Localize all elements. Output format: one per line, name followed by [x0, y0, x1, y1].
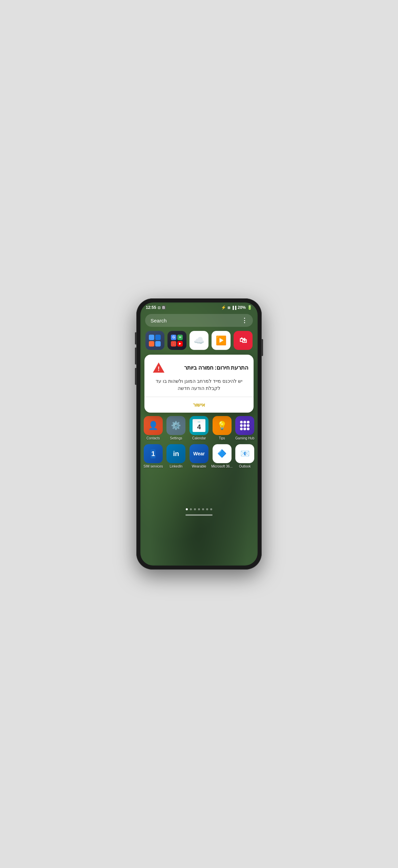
home-bar — [185, 514, 213, 516]
outlook-icon: 📧 — [235, 444, 254, 463]
app-linkedin[interactable]: in LinkedIn — [165, 444, 187, 468]
volume-down-button[interactable] — [135, 348, 136, 364]
app-wearable[interactable]: Wear Wearable — [188, 444, 210, 468]
bixby-button[interactable] — [135, 368, 136, 385]
app-samsung-folder[interactable] — [144, 331, 166, 351]
phone-frame: 12:55 ⊡ B ⚡ ⊞ ▐▐ 20% 🔋 Search ⋮ — [136, 298, 262, 570]
bluetooth-icon: ⚡ — [221, 305, 226, 310]
app-calendar[interactable]: — 4 Calendar — [188, 416, 210, 440]
galaxy-store-icon: 🛍 — [234, 331, 253, 350]
page-dot-5 — [202, 508, 204, 510]
phone-screen: 12:55 ⊡ B ⚡ ⊞ ▐▐ 20% 🔋 Search ⋮ — [140, 302, 258, 566]
app-galaxy-store[interactable]: 🛍 — [232, 331, 254, 351]
app-contacts[interactable]: 👤 Contacts — [142, 416, 164, 440]
status-bar: 12:55 ⊡ B ⚡ ⊞ ▐▐ 20% 🔋 — [140, 302, 258, 311]
app-ms365[interactable]: 🔷 Microsoft 36... — [211, 444, 233, 468]
top-app-row: G M 📍 ▶ ☁️ ▶️ — [140, 329, 258, 353]
linkedin-icon: in — [166, 444, 185, 463]
contacts-label: Contacts — [146, 436, 160, 440]
app-google-folder[interactable]: G M 📍 ▶ — [166, 331, 188, 351]
app-row-2: 1 SIM services in LinkedIn Wear Wearable… — [140, 442, 258, 470]
page-dot-3 — [194, 508, 196, 510]
alert-title-row: התרעת חירום: חמורה ביותר ! — [150, 361, 248, 374]
page-dots — [140, 504, 258, 512]
app-sim-services[interactable]: 1 SIM services — [142, 444, 164, 468]
app-playstore[interactable]: ▶️ — [210, 331, 232, 351]
page-dot-4 — [198, 508, 200, 510]
signal-icon: ▐▐ — [232, 306, 236, 310]
tips-icon: 💡 — [213, 416, 232, 435]
sim-services-icon: 1 — [144, 444, 163, 463]
wearable-label: Wearable — [192, 465, 206, 468]
page-dot-6 — [206, 508, 208, 510]
page-dot-1 — [186, 508, 188, 510]
time-display: 12:55 — [146, 305, 156, 310]
outlook-label: Outlook — [239, 465, 251, 468]
settings-icon: ⚙️ — [166, 416, 185, 435]
settings-label: Settings — [170, 436, 182, 440]
contacts-icon: 👤 — [144, 416, 163, 435]
samsung-folder-icon — [145, 331, 164, 350]
power-button[interactable] — [262, 339, 263, 356]
calendar-label: Calendar — [192, 436, 206, 440]
battery-percent: 20% — [238, 305, 246, 310]
home-indicator[interactable] — [140, 512, 258, 518]
app-gaming-hub[interactable]: Gaming Hub — [234, 416, 256, 440]
alert-body-text: יש להיכנס מייד למרחב המוגן ולשהות בו עד … — [150, 378, 248, 392]
onedrive-icon: ☁️ — [190, 331, 208, 350]
wearable-icon: Wear — [190, 444, 208, 463]
app-tips[interactable]: 💡 Tips — [211, 416, 233, 440]
gaming-dots — [239, 419, 251, 432]
svg-text:!: ! — [158, 366, 160, 372]
app-row-1: 👤 Contacts ⚙️ Settings — 4 Calendar — [140, 414, 258, 442]
alert-ok-button[interactable]: אישור — [150, 397, 248, 413]
sim-services-label: SIM services — [143, 465, 163, 468]
tips-label: Tips — [219, 436, 225, 440]
wifi-icon: ⊞ — [227, 306, 230, 310]
ms365-label: Microsoft 36... — [211, 465, 233, 468]
search-bar[interactable]: Search ⋮ — [145, 314, 253, 327]
more-options-icon[interactable]: ⋮ — [241, 317, 247, 324]
screenshot-icon: ⊡ — [158, 306, 160, 310]
calendar-icon: — 4 — [190, 416, 208, 435]
alert-title: התרעת חירום: חמורה ביותר — [165, 364, 248, 371]
google-folder-icon: G M 📍 ▶ — [167, 331, 186, 350]
app-settings[interactable]: ⚙️ Settings — [165, 416, 187, 440]
linkedin-label: LinkedIn — [170, 465, 182, 468]
gaming-hub-icon — [235, 416, 254, 435]
battery-icon: 🔋 — [247, 305, 252, 310]
warning-triangle-icon: ! — [153, 361, 165, 374]
page-dot-7 — [210, 508, 212, 510]
status-left: 12:55 ⊡ B — [146, 305, 166, 310]
app-onedrive[interactable]: ☁️ — [188, 331, 210, 351]
bixby-icon: B — [162, 305, 166, 310]
gaming-hub-label: Gaming Hub — [235, 436, 254, 440]
volume-up-button[interactable] — [135, 332, 136, 344]
search-label: Search — [151, 318, 167, 323]
playstore-icon: ▶️ — [212, 331, 231, 350]
page-dot-2 — [190, 508, 192, 510]
emergency-alert-dialog: התרעת חירום: חמורה ביותר ! יש להיכנס מיי… — [144, 355, 254, 413]
ms365-icon: 🔷 — [213, 444, 232, 463]
app-outlook[interactable]: 📧 Outlook — [234, 444, 256, 468]
status-right: ⚡ ⊞ ▐▐ 20% 🔋 — [221, 305, 252, 310]
